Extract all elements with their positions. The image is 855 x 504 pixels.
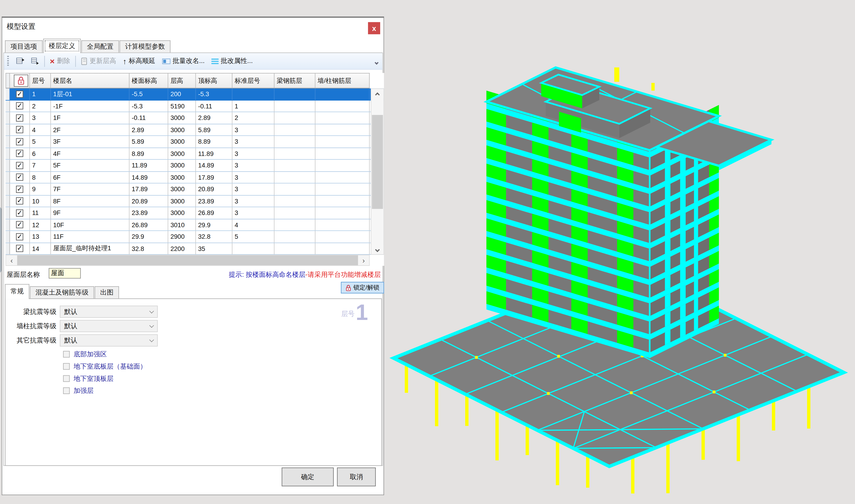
cell-6 xyxy=(275,207,315,218)
row-checkbox[interactable]: ✓ xyxy=(10,124,30,136)
row-checkbox[interactable]: ✓ xyxy=(10,148,30,159)
table-row[interactable]: ✓108F20.89300023.893 xyxy=(5,195,384,208)
flag-checkbox-row[interactable]: 底部加强区 xyxy=(63,349,107,359)
scroll-down-icon[interactable] xyxy=(371,245,384,254)
add-row-before-button[interactable] xyxy=(13,54,28,68)
column-header-3[interactable]: 层高 xyxy=(168,73,196,88)
column-strip xyxy=(694,298,698,312)
toolbar-overflow-icon[interactable] xyxy=(375,56,378,66)
row-indicator xyxy=(5,100,10,112)
table-row[interactable]: ✓11层-01-5.5200-5.3 xyxy=(5,88,384,100)
sub-tab-1[interactable]: 混凝土及钢筋等级 xyxy=(30,286,94,299)
row-checkbox[interactable]: ✓ xyxy=(10,100,30,112)
cell-5: 3 xyxy=(232,172,275,183)
cell-7 xyxy=(316,183,370,195)
batch-rename-button[interactable]: 批量改名... xyxy=(159,54,208,68)
row-checkbox[interactable]: ✓ xyxy=(10,136,30,147)
row-indicator xyxy=(5,243,10,254)
model-node xyxy=(630,392,633,394)
row-checkbox[interactable]: ✓ xyxy=(10,112,30,123)
row-checkbox[interactable]: ✓ xyxy=(10,231,30,242)
table-row[interactable]: ✓2-1F-5.35190-0.111 xyxy=(5,100,384,112)
add-row-after-button[interactable] xyxy=(28,54,43,68)
vertical-scroll-thumb[interactable] xyxy=(372,115,383,209)
roof-name-input[interactable] xyxy=(49,268,81,278)
column-header-4[interactable]: 顶标高 xyxy=(196,73,232,88)
table-row[interactable]: ✓42F2.8930005.893 xyxy=(5,124,384,136)
cell-0: 5 xyxy=(30,136,51,147)
lock-column-header[interactable] xyxy=(10,73,30,88)
column-header-6[interactable]: 梁钢筋层 xyxy=(275,73,315,88)
row-checkbox[interactable]: ✓ xyxy=(10,183,30,195)
table-row[interactable]: ✓1210F26.89301029.94 xyxy=(5,219,384,231)
table-row[interactable]: ✓1311F29.9290032.85 xyxy=(5,231,384,243)
field-select[interactable]: 默认 xyxy=(60,320,158,332)
extend-elevation-button[interactable]: ↑ 标高顺延 xyxy=(119,54,159,68)
table-row[interactable]: ✓64F8.89300011.893 xyxy=(5,148,384,160)
cell-2: -0.11 xyxy=(129,112,168,123)
main-tab-1[interactable]: 楼层定义 xyxy=(43,39,81,53)
column-header-7[interactable]: 墙/柱钢筋层 xyxy=(316,73,370,88)
table-row[interactable]: ✓14屋面层_临时待处理132.8220035 xyxy=(5,243,384,255)
cancel-button[interactable]: 取消 xyxy=(337,468,376,486)
checkbox-icon[interactable] xyxy=(63,387,70,394)
cell-2: 17.89 xyxy=(129,183,168,195)
field-select[interactable]: 默认 xyxy=(60,306,158,318)
update-height-button[interactable]: 更新层高 xyxy=(77,54,119,68)
cell-7 xyxy=(316,100,370,112)
column-header-0[interactable]: 层号 xyxy=(30,73,51,88)
checkbox-icon[interactable] xyxy=(63,363,70,370)
row-checkbox[interactable]: ✓ xyxy=(10,195,30,207)
model-beam xyxy=(573,448,656,448)
column-header-2[interactable]: 楼面标高 xyxy=(129,73,168,88)
hint-blue: 提示: 按楼面标高命名楼层 xyxy=(229,271,306,278)
delete-button[interactable]: × 删除 xyxy=(47,54,73,68)
scroll-left-icon[interactable]: ‹ xyxy=(6,255,17,265)
row-checkbox[interactable]: ✓ xyxy=(10,243,30,254)
table-row[interactable]: ✓75F11.89300014.893 xyxy=(5,160,384,172)
toolbar-grip-icon[interactable] xyxy=(7,56,9,67)
table-row[interactable]: ✓119F23.89300026.893 xyxy=(5,207,384,219)
close-icon[interactable]: x xyxy=(368,22,380,34)
model-node xyxy=(475,356,478,359)
up-arrow-icon: ↑ xyxy=(123,57,127,65)
row-checkbox[interactable]: ✓ xyxy=(10,219,30,230)
checkbox-icon[interactable] xyxy=(63,351,70,358)
scroll-right-icon[interactable]: › xyxy=(358,255,369,265)
horizontal-scrollbar[interactable]: ‹ › xyxy=(5,255,370,266)
vertical-scrollbar[interactable] xyxy=(371,88,384,255)
flag-checkbox-row[interactable]: 加强层 xyxy=(63,386,93,396)
column-header-5[interactable]: 标准层号 xyxy=(232,73,275,88)
sub-tab-0[interactable]: 常规 xyxy=(5,284,29,299)
cell-4: 32.8 xyxy=(196,231,232,242)
checkbox-icon[interactable] xyxy=(63,375,70,382)
column-header-1[interactable]: 楼层名 xyxy=(51,73,129,88)
scroll-up-icon[interactable] xyxy=(371,89,384,98)
table-row[interactable]: ✓53F5.8930008.893 xyxy=(5,136,384,148)
ok-button[interactable]: 确定 xyxy=(282,468,334,486)
table-row[interactable]: ✓31F-0.1130002.892 xyxy=(5,112,384,124)
row-checkbox[interactable]: ✓ xyxy=(10,207,30,218)
table-row[interactable]: ✓97F17.89300020.893 xyxy=(5,183,384,195)
flag-checkbox-row[interactable]: 地下室底板层（基础面） xyxy=(63,361,146,371)
main-tab-2[interactable]: 全局配置 xyxy=(81,40,119,53)
row-checkbox[interactable]: ✓ xyxy=(10,160,30,171)
batch-props-button[interactable]: 批改属性... xyxy=(208,54,256,68)
row-checkbox[interactable]: ✓ xyxy=(10,88,30,100)
main-tab-3[interactable]: 计算模型参数 xyxy=(120,40,171,53)
main-tab-0[interactable]: 项目选项 xyxy=(5,40,43,53)
cell-6 xyxy=(275,148,315,159)
cell-7 xyxy=(316,243,370,254)
cell-5: 3 xyxy=(232,195,275,207)
flag-checkbox-row[interactable]: 地下室顶板层 xyxy=(63,374,114,383)
sub-tab-2[interactable]: 出图 xyxy=(94,286,119,299)
model-pile xyxy=(666,441,669,493)
row-checkbox[interactable]: ✓ xyxy=(10,172,30,183)
table-row[interactable]: ✓86F14.89300017.893 xyxy=(5,172,384,184)
general-settings-panel: 层号 1 梁抗震等级默认墙柱抗震等级默认其它抗震等级默认 底部加强区地下室底板层… xyxy=(5,299,382,466)
horizontal-scroll-thumb[interactable] xyxy=(17,255,358,265)
hint-text: 提示: 按楼面标高命名楼层-请采用平台功能增减楼层 xyxy=(229,270,381,280)
floor-table-header: 层号楼层名楼面标高层高顶标高标准层号梁钢筋层墙/柱钢筋层 xyxy=(5,73,384,88)
field-select[interactable]: 默认 xyxy=(60,334,158,346)
lock-unlock-button[interactable]: 锁定/解锁 xyxy=(341,282,384,293)
